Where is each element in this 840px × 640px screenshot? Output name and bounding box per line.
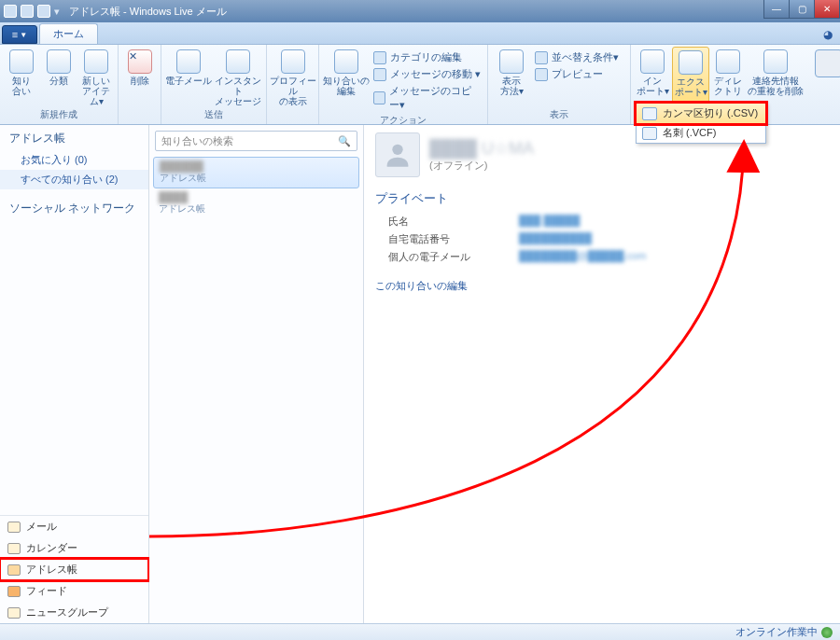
contact-name: ████ U☆MA xyxy=(429,138,534,159)
dedupe-button[interactable]: 連絡先情報 の重複を削除 xyxy=(747,47,805,110)
window-controls: — ▢ ✕ xyxy=(764,0,840,19)
delete-button[interactable]: ✕削除 xyxy=(122,47,158,110)
help-icon[interactable]: ◕ xyxy=(823,28,833,41)
instant-message-button[interactable]: インスタント メッセージ xyxy=(214,47,262,107)
email-button[interactable]: 電子メール xyxy=(165,47,212,107)
close-button[interactable]: ✕ xyxy=(814,0,840,19)
ribbon-group-actions: 知り合いの 編集 カテゴリの編集 メッセージの移動 ▾ メッセージのコピー▾ ア… xyxy=(319,45,488,124)
field-email: 個人の電子メール ████████@█████.com xyxy=(375,248,829,266)
contact-list-item[interactable]: ██████ アドレス帳 xyxy=(153,157,359,188)
nav-social-title: ソーシャル ネットワーク xyxy=(0,195,148,220)
nav-mail[interactable]: メール xyxy=(0,516,148,537)
quick-access: ▾ アドレス帳 - Windows Live メール xyxy=(4,5,227,19)
window-title: アドレス帳 - Windows Live メール xyxy=(69,5,227,19)
contact-detail-pane: ████ U☆MA (オフライン) プライベート 氏名 ███ █████ 自宅… xyxy=(364,125,840,623)
export-csv-item[interactable]: カンマ区切り (.CSV) xyxy=(637,104,765,123)
user-avatar-button[interactable] xyxy=(811,47,840,110)
copy-message-item[interactable]: メッセージのコピー▾ xyxy=(371,83,483,113)
body: アドレス帳 お気に入り (0) すべての知り合い (2) ソーシャル ネットワー… xyxy=(0,125,840,623)
ribbon-group-view: 表示 方法▾ 並べ替え条件▾ プレビュー 表示 xyxy=(488,45,631,124)
export-button[interactable]: エクス ポート▾ xyxy=(672,47,709,110)
app-icon xyxy=(4,5,17,18)
ribbon-group-send: 電子メール インスタント メッセージ 送信 xyxy=(161,45,267,124)
file-menu-button[interactable]: ≡▼ xyxy=(2,25,37,44)
move-message-item[interactable]: メッセージの移動 ▾ xyxy=(371,66,483,82)
contact-list-item[interactable]: ████ アドレス帳 xyxy=(153,188,359,218)
field-fullname: 氏名 ███ █████ xyxy=(375,213,829,230)
nav-news[interactable]: ニュースグループ xyxy=(0,602,148,623)
nav-favorites[interactable]: お気に入り (0) xyxy=(0,150,148,170)
ribbon-group-profile: プロフィール の表示 xyxy=(267,45,319,124)
globe-icon xyxy=(821,627,833,638)
nav-all-contacts[interactable]: すべての知り合い (2) xyxy=(0,170,148,189)
field-homephone: 自宅電話番号 ██████████ xyxy=(375,230,829,248)
search-icon: 🔍 xyxy=(338,135,351,147)
ribbon-group-delete: ✕削除 xyxy=(119,45,161,124)
contact-status: (オフライン) xyxy=(429,159,534,173)
new-category-button[interactable]: 分類 xyxy=(41,47,77,107)
minimize-button[interactable]: — xyxy=(763,0,790,19)
search-placeholder: 知り合いの検索 xyxy=(161,134,233,148)
qa-icon-2[interactable] xyxy=(37,5,50,18)
tab-home[interactable]: ホーム xyxy=(39,23,98,44)
export-vcf-item[interactable]: 名刺 (.VCF) xyxy=(637,123,765,143)
nav-feeds[interactable]: フィード xyxy=(0,580,148,602)
contact-list-pane: 知り合いの検索 🔍 ██████ アドレス帳 ████ アドレス帳 xyxy=(149,125,364,623)
group-label-view: 表示 xyxy=(550,107,568,122)
ribbon-user xyxy=(808,45,840,124)
contact-avatar xyxy=(375,132,420,177)
status-text: オンライン作業中 xyxy=(735,625,818,639)
nav-bottom: メール カレンダー アドレス帳 フィード ニュースグループ xyxy=(0,515,148,623)
new-item-button[interactable]: 新しい アイテム▾ xyxy=(78,47,114,107)
edit-contact-button[interactable]: 知り合いの 編集 xyxy=(323,47,370,113)
profile-button[interactable]: プロフィール の表示 xyxy=(269,47,317,110)
nav-calendar[interactable]: カレンダー xyxy=(0,537,148,559)
ribbon-group-new: 知り 合い 分類 新しい アイテム▾ 新規作成 xyxy=(0,45,119,124)
preview-item[interactable]: プレビュー xyxy=(533,66,626,82)
edit-contact-link[interactable]: この知り合いの編集 xyxy=(375,279,468,293)
new-contact-button[interactable]: 知り 合い xyxy=(4,47,39,107)
qa-icon-1[interactable] xyxy=(21,5,34,18)
left-nav: アドレス帳 お気に入り (0) すべての知り合い (2) ソーシャル ネットワー… xyxy=(0,125,149,623)
maximize-button[interactable]: ▢ xyxy=(789,0,815,19)
svg-point-0 xyxy=(392,145,402,155)
view-method-button[interactable]: 表示 方法▾ xyxy=(492,47,531,107)
section-private-title: プライベート xyxy=(375,190,829,207)
nav-contacts[interactable]: アドレス帳 xyxy=(0,559,148,580)
directory-button[interactable]: ディレ クトリ xyxy=(711,47,745,110)
group-label-new: 新規作成 xyxy=(40,107,77,122)
edit-category-item[interactable]: カテゴリの編集 xyxy=(371,49,483,65)
titlebar: ▾ アドレス帳 - Windows Live メール — ▢ ✕ xyxy=(0,0,840,22)
search-input[interactable]: 知り合いの検索 🔍 xyxy=(155,131,357,151)
sort-item[interactable]: 並べ替え条件▾ xyxy=(533,49,626,65)
group-label-send: 送信 xyxy=(204,107,223,122)
nav-title: アドレス帳 xyxy=(0,125,148,150)
export-dropdown: カンマ区切り (.CSV) 名刺 (.VCF) xyxy=(636,103,766,144)
status-bar: オンライン作業中 xyxy=(0,623,840,640)
import-button[interactable]: イン ポート▾ xyxy=(635,47,670,110)
tab-row: ≡▼ ホーム xyxy=(0,22,840,45)
